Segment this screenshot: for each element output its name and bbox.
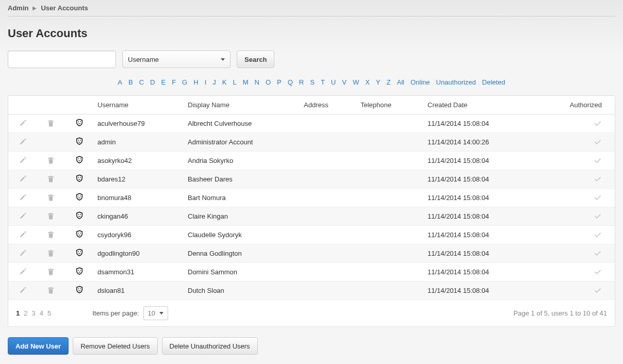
- alpha-filter-j[interactable]: J: [212, 78, 216, 86]
- shield-icon[interactable]: [75, 230, 84, 238]
- shield-icon[interactable]: [75, 193, 84, 201]
- alpha-filter-h[interactable]: H: [193, 78, 198, 86]
- col-edit: [8, 96, 37, 114]
- delete-icon[interactable]: [47, 193, 55, 202]
- delete-icon[interactable]: [47, 175, 55, 183]
- shield-icon[interactable]: [75, 119, 84, 127]
- pager-page-4[interactable]: 4: [40, 309, 43, 317]
- edit-icon[interactable]: [19, 268, 27, 276]
- shield-icon[interactable]: [75, 286, 84, 294]
- cell-telephone: [356, 170, 423, 189]
- alpha-filter-deleted[interactable]: Deleted: [482, 78, 505, 86]
- pager-page-5[interactable]: 5: [47, 309, 51, 317]
- col-address[interactable]: Address: [300, 96, 356, 114]
- col-created[interactable]: Created Date: [423, 96, 532, 114]
- delete-icon[interactable]: [47, 268, 55, 276]
- search-field-dropdown-label: Username: [128, 56, 159, 63]
- edit-icon[interactable]: [19, 119, 27, 127]
- alpha-filter-x[interactable]: X: [365, 78, 370, 86]
- edit-icon[interactable]: [19, 193, 27, 202]
- alpha-filter-r[interactable]: R: [299, 78, 304, 86]
- shield-icon[interactable]: [75, 156, 84, 164]
- svg-point-16: [78, 270, 79, 271]
- cell-displayname: Dutch Sloan: [184, 282, 300, 300]
- alpha-filter-unauthorized[interactable]: Unauthorized: [436, 78, 476, 86]
- alpha-filter-s[interactable]: S: [310, 78, 315, 86]
- alpha-filter-p[interactable]: P: [277, 78, 282, 86]
- svg-point-13: [80, 233, 81, 234]
- delete-icon[interactable]: [47, 119, 55, 127]
- per-page-select[interactable]: 10: [143, 306, 168, 320]
- alpha-filter-g[interactable]: G: [182, 78, 187, 86]
- alpha-filter-c[interactable]: C: [139, 78, 144, 86]
- search-field-dropdown[interactable]: Username: [122, 51, 231, 68]
- cell-created: 11/14/2014 15:08:04: [423, 226, 532, 244]
- cell-username: dsammon31: [93, 263, 184, 282]
- alpha-filter-t[interactable]: T: [321, 78, 325, 86]
- col-username[interactable]: Username: [93, 96, 184, 114]
- alpha-filter-m[interactable]: M: [243, 78, 249, 86]
- breadcrumb-root[interactable]: Admin: [8, 4, 28, 12]
- alpha-filter-z[interactable]: Z: [387, 78, 391, 86]
- svg-point-19: [80, 288, 81, 289]
- alpha-filter-all[interactable]: All: [397, 78, 404, 86]
- edit-icon[interactable]: [19, 249, 27, 257]
- shield-icon[interactable]: [75, 174, 84, 183]
- alpha-filter-n[interactable]: N: [255, 78, 259, 86]
- add-new-user-button[interactable]: Add New User: [8, 337, 69, 355]
- pager-page-2[interactable]: 2: [24, 309, 27, 317]
- delete-icon[interactable]: [47, 230, 55, 239]
- cell-created: 11/14/2014 15:08:04: [423, 170, 532, 189]
- col-authorized[interactable]: Authorized: [532, 96, 615, 114]
- alpha-filter-y[interactable]: Y: [376, 78, 381, 86]
- delete-icon[interactable]: [47, 286, 55, 294]
- cell-telephone: [356, 114, 423, 133]
- alpha-filter-o[interactable]: O: [266, 78, 271, 86]
- alpha-filter-b[interactable]: B: [128, 78, 133, 86]
- alpha-filter-i[interactable]: I: [205, 78, 207, 86]
- action-buttons: Add New User Remove Deleted Users Delete…: [8, 337, 615, 355]
- svg-point-6: [78, 177, 79, 178]
- edit-icon[interactable]: [19, 286, 27, 294]
- alpha-filter-u[interactable]: U: [331, 78, 336, 86]
- edit-icon[interactable]: [19, 175, 27, 183]
- breadcrumb-separator-icon: ▶: [32, 5, 37, 11]
- alpha-filter-e[interactable]: E: [161, 78, 166, 86]
- svg-point-15: [80, 251, 81, 252]
- pager-page-1[interactable]: 1: [16, 309, 20, 317]
- alpha-filter-w[interactable]: W: [353, 78, 359, 86]
- breadcrumb-current[interactable]: User Accounts: [41, 4, 88, 12]
- alpha-filter-q[interactable]: Q: [288, 78, 293, 86]
- edit-icon[interactable]: [19, 156, 27, 164]
- search-input[interactable]: [8, 51, 116, 68]
- alpha-filter-l[interactable]: L: [233, 78, 236, 86]
- delete-icon[interactable]: [47, 156, 55, 164]
- edit-icon[interactable]: [19, 230, 27, 239]
- pager-page-3[interactable]: 3: [31, 309, 35, 317]
- shield-icon[interactable]: [75, 211, 84, 220]
- shield-icon[interactable]: [75, 249, 84, 257]
- col-displayname[interactable]: Display Name: [184, 96, 300, 114]
- alpha-filter-v[interactable]: V: [342, 78, 347, 86]
- col-telephone[interactable]: Telephone: [356, 96, 423, 114]
- alpha-filter-k[interactable]: K: [222, 78, 227, 86]
- alpha-filter-a[interactable]: A: [118, 78, 122, 86]
- shield-icon[interactable]: [75, 267, 84, 275]
- alpha-filter-d[interactable]: D: [150, 78, 155, 86]
- remove-deleted-users-button[interactable]: Remove Deleted Users: [73, 337, 157, 355]
- shield-icon[interactable]: [75, 137, 84, 145]
- search-button[interactable]: Search: [237, 51, 274, 68]
- edit-icon[interactable]: [19, 212, 27, 220]
- check-icon: [594, 156, 602, 164]
- alpha-filter-f[interactable]: F: [172, 78, 176, 86]
- cell-displayname: Andria Sokyrko: [184, 152, 300, 170]
- delete-unauthorized-users-button[interactable]: Delete Unauthorized Users: [162, 337, 258, 355]
- cell-created: 11/14/2014 15:08:04: [423, 207, 532, 226]
- alpha-filter-online[interactable]: Online: [411, 78, 430, 86]
- edit-icon[interactable]: [19, 138, 27, 146]
- delete-icon[interactable]: [47, 249, 55, 257]
- table-row: bnomura48Bart Nomura11/14/2014 15:08:04: [8, 189, 615, 207]
- svg-point-1: [80, 121, 81, 122]
- delete-icon[interactable]: [47, 212, 55, 220]
- cell-address: [300, 133, 356, 152]
